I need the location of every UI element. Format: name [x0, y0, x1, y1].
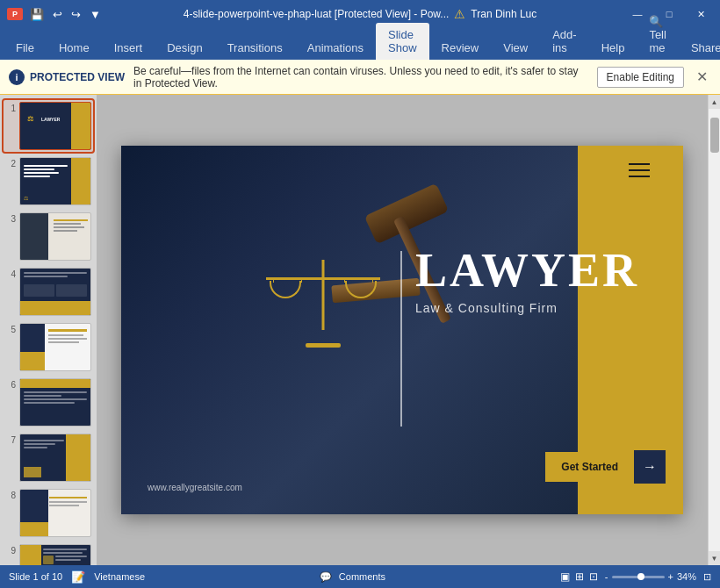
status-bar: Slide 1 of 10 📝 Vietnamese 💬 Comments ▣ … [0, 565, 720, 588]
slide-preview-7 [19, 434, 91, 482]
zoom-plus[interactable]: + [668, 571, 673, 582]
reading-view-icon[interactable]: ⊡ [589, 570, 598, 583]
scroll-down-button[interactable]: ▼ [709, 551, 721, 565]
slide-content-area: LAWYER Law & Consulting Firm www.reallyg… [97, 95, 708, 565]
slide-number-6: 6 [5, 380, 16, 390]
customize-button[interactable]: ▼ [88, 6, 103, 23]
status-left: Slide 1 of 10 📝 Vietnamese [9, 570, 145, 584]
tab-transitions[interactable]: Transitions [215, 36, 295, 60]
ham-line-3 [629, 176, 650, 177]
slide-thumb-2[interactable]: 2 ⚖ [4, 155, 93, 207]
slide-number-4: 4 [5, 269, 16, 279]
status-right: ▣ ⊞ ⊡ - + 34% ⊡ [560, 570, 711, 583]
tab-view[interactable]: View [491, 36, 540, 60]
file-title: 4-slide-powerpoint-ve-phap-luat [Protect… [184, 8, 450, 20]
save-button[interactable]: 💾 [28, 6, 46, 23]
zoom-slider[interactable] [612, 576, 665, 578]
slide-preview-4 [19, 268, 91, 316]
slide-divider [400, 251, 402, 427]
vertical-scrollbar[interactable]: ▲ ▼ [708, 95, 720, 565]
slide-title: LAWYER [415, 247, 569, 294]
arrow-icon: → [634, 450, 666, 484]
protected-label: i PROTECTED VIEW [9, 69, 125, 85]
zoom-control: - + 34% [605, 571, 696, 582]
tab-review[interactable]: Review [429, 36, 492, 60]
slide-preview-8 [19, 489, 91, 537]
quick-access-toolbar: 💾 ↩ ↪ ▼ [28, 6, 103, 23]
tab-insert[interactable]: Insert [102, 36, 155, 60]
normal-view-icon[interactable]: ▣ [560, 570, 570, 583]
slide-preview-5 [19, 323, 91, 371]
ham-line-2 [629, 169, 650, 171]
scales-of-justice [266, 260, 380, 348]
get-started-button[interactable]: Get Started [545, 452, 634, 482]
slide-preview-6 [19, 378, 91, 427]
enable-editing-button[interactable]: Enable Editing [597, 67, 684, 88]
slide-number-8: 8 [5, 491, 16, 500]
protected-view-bar: i PROTECTED VIEW Be careful—files from t… [0, 60, 720, 95]
slide-thumb-8[interactable]: 8 [4, 487, 93, 539]
slide-thumb-4[interactable]: 4 [4, 266, 93, 318]
scroll-up-button[interactable]: ▲ [709, 95, 721, 109]
title-bar-left: P 💾 ↩ ↪ ▼ [7, 6, 103, 23]
tab-home[interactable]: Home [47, 36, 102, 60]
main-slide: LAWYER Law & Consulting Firm www.reallyg… [121, 146, 683, 514]
slide-thumb-7[interactable]: 7 [4, 432, 93, 484]
slide-number-7: 7 [5, 435, 16, 445]
slide-number-2: 2 [5, 159, 16, 169]
slide-preview-2: ⚖ [19, 157, 91, 205]
slide-preview-3 [19, 212, 91, 261]
slide-number-9: 9 [5, 546, 16, 556]
close-button[interactable]: ✕ [688, 5, 713, 23]
ribbon-tabs: File Home Insert Design Transitions Anim… [0, 28, 720, 60]
zoom-handle[interactable] [637, 573, 644, 580]
scroll-track[interactable] [709, 109, 721, 551]
ribbon: File Home Insert Design Transitions Anim… [0, 28, 720, 60]
tab-slideshow[interactable]: Slide Show [376, 23, 429, 60]
info-icon: i [9, 69, 25, 85]
tab-help[interactable]: Help [589, 36, 637, 60]
slide-thumb-1[interactable]: 1 ⚖ LAWYER [4, 100, 93, 152]
tab-tellme[interactable]: 🔍 Tell me [637, 10, 679, 60]
slide-number-1: 1 [5, 104, 16, 113]
slide-thumb-9[interactable]: 9 [4, 542, 93, 565]
title-bar: P 💾 ↩ ↪ ▼ 4-slide-powerpoint-ve-phap-lua… [0, 0, 720, 28]
slide-thumb-3[interactable]: 3 [4, 211, 93, 262]
warning-icon: ⚠ [454, 7, 465, 21]
slide-text-content: LAWYER Law & Consulting Firm [415, 247, 569, 315]
close-bar-button[interactable]: ✕ [693, 67, 711, 87]
comments-icon[interactable]: 💬 [320, 571, 332, 583]
slide-thumb-6[interactable]: 6 [4, 376, 93, 428]
fit-slide-icon[interactable]: ⊡ [703, 571, 711, 583]
ham-line-1 [629, 163, 650, 165]
slide-number-5: 5 [5, 325, 16, 334]
slide-panel[interactable]: 1 ⚖ LAWYER 2 ⚖ 3 [0, 95, 97, 565]
redo-button[interactable]: ↪ [69, 6, 83, 23]
slide-number-3: 3 [5, 214, 16, 224]
protected-message: Be careful—files from the Internet can c… [133, 65, 588, 90]
tab-design[interactable]: Design [155, 36, 214, 60]
view-icons: ▣ ⊞ ⊡ [560, 570, 598, 583]
tab-share[interactable]: Share [679, 36, 720, 60]
undo-button[interactable]: ↩ [51, 6, 64, 23]
language: Vietnamese [94, 571, 145, 582]
tab-addins[interactable]: Add-ins [540, 23, 588, 60]
user-name: Tran Dinh Luc [471, 8, 536, 20]
tab-animations[interactable]: Animations [295, 36, 376, 60]
slide-preview-1: ⚖ LAWYER [19, 102, 91, 150]
notes-icon: 📝 [71, 570, 85, 584]
main-area: 1 ⚖ LAWYER 2 ⚖ 3 [0, 95, 720, 565]
comments-label[interactable]: Comments [339, 571, 385, 582]
tab-file[interactable]: File [4, 36, 47, 60]
hamburger-menu[interactable] [629, 163, 650, 177]
slide-subtitle: Law & Consulting Firm [415, 301, 569, 315]
slide-thumb-5[interactable]: 5 [4, 321, 93, 373]
scroll-thumb[interactable] [710, 118, 719, 153]
zoom-percent: 34% [677, 571, 696, 582]
zoom-minus[interactable]: - [605, 571, 608, 582]
get-started-container: Get Started → [545, 450, 666, 484]
slide-info: Slide 1 of 10 [9, 571, 62, 582]
slide-sorter-icon[interactable]: ⊞ [575, 570, 584, 583]
app-icon: P [7, 8, 23, 20]
slide-preview-9 [19, 544, 91, 565]
